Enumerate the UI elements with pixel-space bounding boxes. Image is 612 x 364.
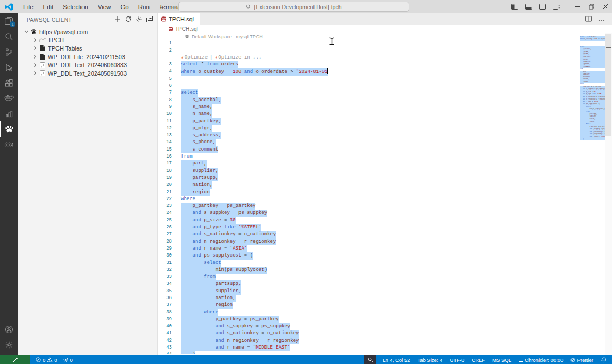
code-line-17[interactable]: 17 part,	[158, 160, 612, 167]
collapse-all-icon[interactable]	[146, 16, 153, 23]
line-number[interactable]: 19	[158, 175, 172, 181]
layout-panel-bottom-icon[interactable]	[522, 0, 535, 13]
code-line-42[interactable]: 42 and n_regionkey = r_regionkey	[158, 337, 612, 344]
minimize-button[interactable]	[570, 0, 584, 13]
code-line-1[interactable]: 1	[158, 40, 612, 47]
code-line-29[interactable]: 29 and r_name = 'ASIA'	[158, 245, 612, 252]
code-area[interactable]: 12⚡Optimize|⚡Optimize in ...3select * fr…	[158, 40, 612, 354]
line-number[interactable]: 42	[158, 337, 172, 344]
line-number[interactable]: 35	[158, 288, 172, 295]
extensions-icon[interactable]	[0, 75, 18, 90]
notifications-bell-icon[interactable]	[601, 357, 607, 363]
line-number[interactable]: 4	[158, 68, 172, 75]
code-line-24[interactable]: 24 and s_suppkey = ps_suppkey	[158, 210, 612, 217]
line-number[interactable]: 18	[158, 168, 172, 175]
code-line-6[interactable]: 6	[158, 82, 612, 89]
code-line-27[interactable]: 27 and s_nationkey = n_nationkey	[158, 231, 612, 238]
line-number[interactable]: 17	[158, 160, 172, 167]
code-line-12[interactable]: 12 p_mfgr,	[158, 125, 612, 132]
line-number[interactable]: 16	[158, 153, 172, 160]
status-item-ln-4-col-52[interactable]: Ln 4, Col 52	[383, 357, 410, 363]
chevron-right-icon[interactable]	[32, 71, 37, 75]
tree-item-wp-ddl-text-202406060833[interactable]: WP_DDL Text_202406060833	[18, 61, 157, 69]
code-line-22[interactable]: 22where	[158, 196, 612, 203]
line-number[interactable]: 44	[158, 351, 172, 354]
customize-layout-icon[interactable]	[549, 0, 563, 13]
status-item-crlf[interactable]: CRLF	[472, 357, 485, 363]
restore-button[interactable]	[584, 0, 598, 13]
search-icon[interactable]	[0, 29, 18, 44]
line-number[interactable]: 9	[158, 104, 172, 111]
close-button[interactable]	[598, 0, 612, 13]
code-line-19[interactable]: 19 partsupp,	[158, 175, 612, 181]
line-number[interactable]: 27	[158, 231, 172, 238]
chevron-right-icon[interactable]	[32, 55, 37, 59]
split-editor-icon[interactable]	[585, 16, 592, 23]
line-number[interactable]: 37	[158, 302, 172, 309]
code-line-7[interactable]: 7select	[158, 89, 612, 96]
tree-item-wp-ddl-file-202410211503[interactable]: WP_DDL File_202410211503	[18, 53, 157, 61]
chevron-right-icon[interactable]	[32, 38, 37, 42]
line-number[interactable]: 24	[158, 210, 172, 217]
line-number[interactable]: 13	[158, 132, 172, 139]
line-number[interactable]: 43	[158, 344, 172, 351]
line-number[interactable]: 31	[158, 260, 172, 267]
menu-run[interactable]: Run	[134, 0, 154, 13]
line-number[interactable]: 32	[158, 267, 172, 274]
source-control-icon[interactable]	[0, 44, 18, 60]
code-line-32[interactable]: 32 min(ps_supplycost)	[158, 267, 612, 274]
line-number[interactable]: 25	[158, 217, 172, 224]
line-number[interactable]: 8	[158, 97, 172, 104]
line-number[interactable]: 2	[158, 47, 172, 54]
tree-item-https-pawsql-com[interactable]: https://pawsql.com	[18, 28, 157, 36]
code-line-14[interactable]: 14 s_phone,	[158, 139, 612, 146]
breadcrumb[interactable]: TPCH.sql	[158, 25, 612, 33]
account-icon[interactable]	[0, 321, 18, 337]
minimap[interactable]: select * from orderswhere o_custkey = 10…	[580, 31, 605, 140]
line-number[interactable]: 5	[158, 76, 172, 82]
menu-go[interactable]: Go	[115, 0, 133, 13]
line-number[interactable]: 11	[158, 118, 172, 125]
line-number[interactable]: 22	[158, 196, 172, 203]
tree-item-tpch[interactable]: TPCH	[18, 36, 157, 45]
status-item-chronicler-00-00[interactable]: Chronicler: 00:00	[519, 357, 563, 363]
line-number[interactable]: 40	[158, 323, 172, 330]
tree-item-tpch-tables[interactable]: TPCH Tables	[18, 44, 157, 53]
line-number[interactable]: 1	[158, 40, 172, 47]
code-line-23[interactable]: 23 p_partkey = ps_partkey	[158, 203, 612, 210]
code-line-16[interactable]: 16from	[158, 153, 612, 160]
code-line-4[interactable]: 4where o_custkey = 100 and o_orderdate >…	[158, 68, 612, 75]
menu-view[interactable]: View	[93, 0, 116, 13]
chevron-right-icon[interactable]	[32, 63, 37, 67]
workspace-codelens[interactable]: Default Workspace : mysql:TPCH	[158, 33, 612, 40]
code-line-21[interactable]: 21 region	[158, 189, 612, 196]
line-number[interactable]: 36	[158, 295, 172, 302]
tree-item-wp-ddl-text-202405091503[interactable]: WP_DDL Text_202405091503	[18, 69, 157, 78]
status-item-utf-8[interactable]: UTF-8	[450, 357, 464, 363]
line-number[interactable]: 3	[158, 61, 172, 68]
line-number[interactable]: 6	[158, 82, 172, 89]
nav-forward-button[interactable]: →	[170, 3, 177, 11]
editor-scrollbar[interactable]	[605, 33, 612, 355]
gear-icon[interactable]	[136, 16, 142, 23]
breadcrumb-item[interactable]: TPCH.sql	[175, 26, 198, 32]
nav-back-button[interactable]: ←	[159, 3, 166, 11]
optimize-codelens[interactable]: ⚡Optimize|⚡Optimize in ...	[158, 54, 612, 61]
code-line-40[interactable]: 40 and s_suppkey = ps_suppkey	[158, 323, 612, 330]
code-line-44[interactable]: 44 )	[158, 351, 612, 354]
code-line-31[interactable]: 31 select	[158, 260, 612, 267]
code-line-8[interactable]: 8 s_acctbal,	[158, 97, 612, 104]
chevron-right-icon[interactable]	[32, 46, 37, 50]
code-line-37[interactable]: 37 region	[158, 302, 612, 309]
layout-panel-left-icon[interactable]	[508, 0, 522, 13]
line-number[interactable]: 23	[158, 203, 172, 210]
line-number[interactable]: 10	[158, 111, 172, 118]
ports-indicator[interactable]: 0	[63, 357, 73, 363]
code-line-34[interactable]: 34 partsupp,	[158, 280, 612, 287]
run-debug-icon[interactable]	[0, 60, 18, 75]
command-center-search[interactable]: [Extension Development Host] tpch	[178, 2, 409, 12]
codelens-optimize[interactable]: Optimize	[185, 54, 208, 61]
code-line-35[interactable]: 35 supplier,	[158, 288, 612, 295]
line-number[interactable]: 41	[158, 330, 172, 337]
code-line-36[interactable]: 36 nation,	[158, 295, 612, 302]
